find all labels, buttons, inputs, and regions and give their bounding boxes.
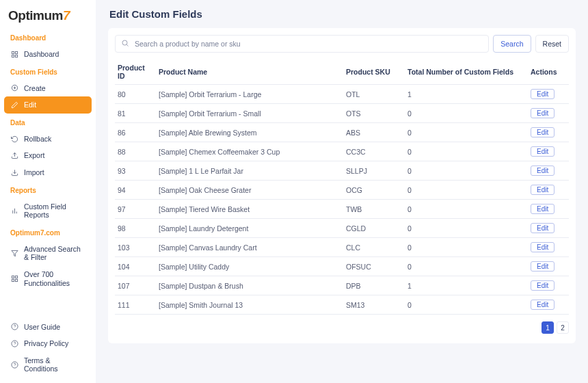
pagination: 12 xyxy=(115,321,569,334)
sidebar-item-over-700-functionalities[interactable]: Over 700 Functionalities xyxy=(0,266,96,291)
brand-logo: Optimum7 xyxy=(0,7,96,29)
cell-sku: ABS xyxy=(343,123,405,142)
sidebar-item-label: Custom Field Reports xyxy=(24,202,85,220)
cell-id: 98 xyxy=(115,219,156,238)
col-product-id: Product ID xyxy=(115,60,156,85)
plus-circle-icon xyxy=(10,84,18,92)
edit-button[interactable]: Edit xyxy=(531,242,554,252)
cell-count: 0 xyxy=(405,181,528,200)
filter-icon xyxy=(10,249,18,257)
sidebar-item-dashboard[interactable]: Dashboard xyxy=(0,46,96,63)
sidebar-item-label: Export xyxy=(24,151,44,160)
brand-name: Optimum xyxy=(8,8,63,23)
edit-button[interactable]: Edit xyxy=(531,261,554,272)
col-custom-field-count: Total Number of Custom Fields xyxy=(405,60,528,85)
edit-button[interactable]: Edit xyxy=(531,127,554,137)
cell-name: [Sample] Dustpan & Brush xyxy=(156,276,343,295)
cell-id: 80 xyxy=(115,85,156,104)
page-button-1[interactable]: 1 xyxy=(542,321,554,334)
grid-icon xyxy=(10,50,18,58)
table-row: 93[Sample] 1 L Le Parfait JarSLLPJ0Edit xyxy=(115,161,569,181)
edit-button[interactable]: Edit xyxy=(531,280,554,291)
cell-count: 1 xyxy=(405,85,528,104)
cell-name: [Sample] Tiered Wire Basket xyxy=(156,200,343,219)
table-row: 98[Sample] Laundry DetergentCGLD0Edit xyxy=(115,219,569,238)
cell-name: [Sample] Oak Cheese Grater xyxy=(156,181,343,200)
help-icon xyxy=(10,360,18,369)
cell-sku: DPB xyxy=(343,276,405,295)
cell-id: 107 xyxy=(115,276,156,295)
svg-point-23 xyxy=(122,40,127,45)
svg-rect-16 xyxy=(15,279,17,281)
sidebar-item-label: Edit xyxy=(24,101,36,109)
sidebar-item-edit[interactable]: Edit xyxy=(4,96,92,114)
sidebar-section-title: Optimum7.com xyxy=(0,224,96,241)
search-input[interactable] xyxy=(133,39,483,49)
cell-sku: SLLPJ xyxy=(343,161,405,181)
sidebar-item-label: Import xyxy=(24,168,44,177)
edit-button[interactable]: Edit xyxy=(531,166,554,176)
cell-count: 0 xyxy=(405,142,528,161)
apps-icon xyxy=(10,275,18,283)
panel: Search Reset Product ID Product Name Pro… xyxy=(108,28,576,343)
cell-sku: CLC xyxy=(343,238,405,257)
page-button-2[interactable]: 2 xyxy=(557,321,569,334)
cell-sku: OTL xyxy=(343,85,405,104)
edit-button[interactable]: Edit xyxy=(531,185,554,195)
cell-id: 103 xyxy=(115,238,156,257)
search-icon xyxy=(121,39,129,49)
cell-count: 1 xyxy=(405,276,528,295)
products-table: Product ID Product Name Product SKU Tota… xyxy=(115,60,569,315)
table-row: 107[Sample] Dustpan & BrushDPB1Edit xyxy=(115,276,569,295)
cell-actions: Edit xyxy=(528,200,569,219)
cell-actions: Edit xyxy=(528,219,569,238)
sidebar-item-rollback[interactable]: Rollback xyxy=(0,131,96,148)
footer-item-terms-conditions[interactable]: Terms & Conditions xyxy=(0,352,96,378)
cell-id: 94 xyxy=(115,181,156,200)
table-row: 97[Sample] Tiered Wire BasketTWB0Edit xyxy=(115,200,569,219)
cell-name: [Sample] Canvas Laundry Cart xyxy=(156,238,343,257)
search-button[interactable]: Search xyxy=(493,35,531,53)
sidebar-section-title: Data xyxy=(0,114,96,131)
edit-button[interactable]: Edit xyxy=(531,223,554,233)
cell-count: 0 xyxy=(405,161,528,181)
sidebar-item-label: Advanced Search & Filter xyxy=(24,245,85,262)
cell-actions: Edit xyxy=(528,181,569,200)
sidebar-item-create[interactable]: Create xyxy=(0,80,96,97)
edit-button[interactable]: Edit xyxy=(531,300,554,310)
sidebar-item-export[interactable]: Export xyxy=(0,147,96,164)
col-actions: Actions xyxy=(528,60,569,85)
footer-item-label: Privacy Policy xyxy=(24,339,68,348)
reset-button[interactable]: Reset xyxy=(535,35,569,53)
cell-id: 93 xyxy=(115,161,156,181)
search-box[interactable] xyxy=(115,35,489,53)
cell-sku: OCG xyxy=(343,181,405,200)
edit-button[interactable]: Edit xyxy=(531,89,554,99)
col-product-sku: Product SKU xyxy=(343,60,405,85)
sidebar-item-import[interactable]: Import xyxy=(0,164,96,181)
cell-actions: Edit xyxy=(528,161,569,181)
table-row: 104[Sample] Utility CaddyOFSUC0Edit xyxy=(115,257,569,276)
cell-actions: Edit xyxy=(528,295,569,315)
edit-button[interactable]: Edit xyxy=(531,108,554,118)
sidebar: Optimum7 DashboardDashboardCustom Fields… xyxy=(0,0,96,383)
cell-count: 0 xyxy=(405,295,528,315)
svg-line-24 xyxy=(126,44,128,46)
edit-button[interactable]: Edit xyxy=(531,204,554,214)
sidebar-item-custom-field-reports[interactable]: Custom Field Reports xyxy=(0,198,96,224)
cell-count: 0 xyxy=(405,123,528,142)
sidebar-item-label: Over 700 Functionalities xyxy=(24,270,85,287)
sidebar-item-label: Create xyxy=(24,84,46,93)
cell-id: 97 xyxy=(115,200,156,219)
import-icon xyxy=(10,168,18,176)
undo-icon xyxy=(10,135,18,143)
cell-sku: CGLD xyxy=(343,219,405,238)
footer-item-user-guide[interactable]: User Guide xyxy=(0,319,96,336)
edit-button[interactable]: Edit xyxy=(531,146,554,157)
sidebar-item-advanced-search-filter[interactable]: Advanced Search & Filter xyxy=(0,241,96,266)
cell-sku: OTS xyxy=(343,104,405,123)
col-product-name: Product Name xyxy=(156,60,343,85)
brand-accent: 7 xyxy=(63,8,70,23)
footer-item-privacy-policy[interactable]: Privacy Policy xyxy=(0,335,96,352)
cell-id: 104 xyxy=(115,257,156,276)
